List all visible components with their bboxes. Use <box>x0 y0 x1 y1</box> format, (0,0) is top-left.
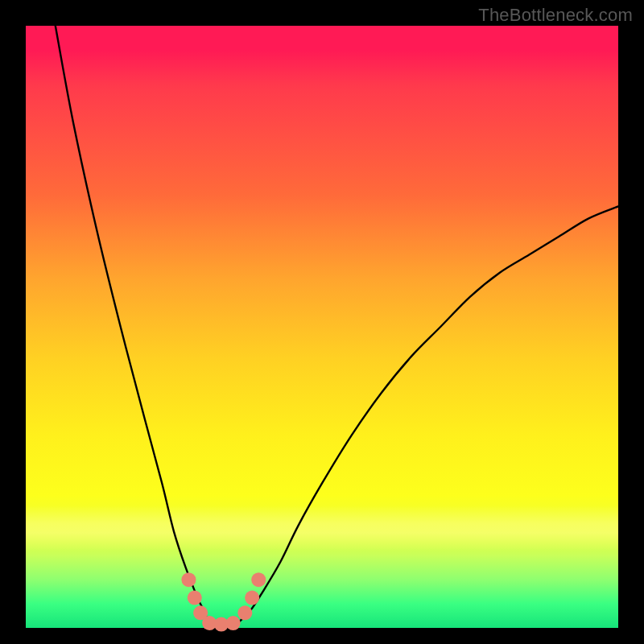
data-marker <box>188 591 202 605</box>
data-marker <box>226 616 241 630</box>
watermark-text: TheBottleneck.com <box>478 5 633 26</box>
data-marker <box>251 572 266 587</box>
plot-area <box>26 26 618 628</box>
curve-layer <box>26 26 618 628</box>
bottleneck-curve <box>56 26 618 629</box>
data-marker <box>237 605 252 620</box>
marker-layer <box>181 572 266 631</box>
data-marker <box>181 572 196 587</box>
outer-frame: TheBottleneck.com <box>0 0 644 644</box>
data-marker <box>245 591 259 605</box>
